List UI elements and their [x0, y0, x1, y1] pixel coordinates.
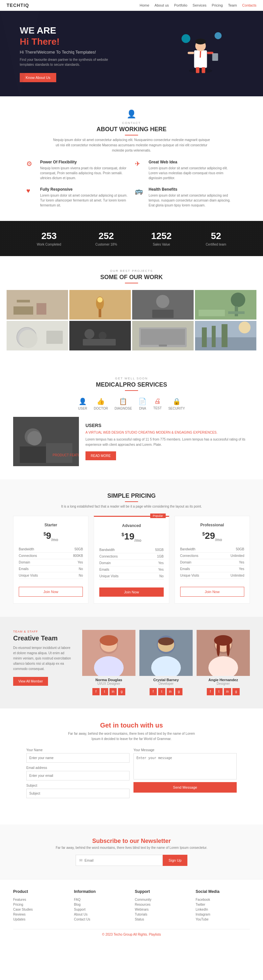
portfolio-img-1 [6, 290, 68, 320]
social-twitter-angie[interactable]: t [215, 688, 223, 695]
team-view-all-button[interactable]: View All Member [13, 677, 48, 686]
stat-work-label: Work Completed [37, 243, 61, 246]
pricing-card-starter: Starter $9/mo Bandwidth50GB Connections8… [13, 516, 88, 604]
footer-item[interactable]: Status [135, 918, 189, 921]
footer-item[interactable]: Pricing [13, 903, 67, 906]
nav-pricing[interactable]: Pricing [212, 3, 223, 7]
newsletter-email-input[interactable] [84, 855, 159, 865]
social-linkedin-angie[interactable]: in [224, 688, 231, 695]
footer-item[interactable]: FAQ [74, 898, 128, 901]
feature-responsive-title: Fully Responsive [40, 187, 128, 192]
social-facebook-angie[interactable]: f [207, 688, 214, 695]
portfolio-item-7[interactable] [132, 321, 194, 350]
footer-item[interactable]: Facebook [196, 898, 250, 901]
svg-point-24 [156, 295, 169, 308]
plan-advanced-features: Bandwidth50GB Connections1GB DomainYes E… [99, 547, 163, 579]
nav-about[interactable]: About us [155, 3, 169, 7]
stat-work: 253 Work Completed [37, 231, 61, 246]
footer-col-support: Support Community Resources Webinars Tut… [135, 889, 189, 923]
member-card-crystal: Crystal Barney Developer f t in g [139, 630, 193, 695]
plan-advanced-button[interactable]: Join Now [99, 587, 163, 597]
portfolio-item-6[interactable] [69, 321, 131, 350]
service-tab-security[interactable]: 🔒 SECURITY [168, 398, 185, 410]
test-tab-icon: 🖨 [154, 398, 161, 405]
plan-advanced-price: $19/mo [99, 531, 163, 543]
nav-contacts[interactable]: Contacts [242, 3, 257, 7]
footer-item[interactable]: LinkedIn [196, 908, 250, 911]
footer-item[interactable]: Support [74, 908, 128, 911]
member-svg-angie [197, 630, 250, 676]
footer-item[interactable]: Updates [13, 918, 67, 921]
portfolio-item-3[interactable] [132, 290, 194, 320]
portfolio-img-7 [132, 321, 194, 350]
list-item: Bandwidth50GB [19, 546, 83, 553]
service-info: USERS A VIRTUAL WEB DESIGN STUDIO CREATI… [86, 423, 250, 460]
portfolio-item-1[interactable] [6, 290, 68, 320]
portfolio-item-2[interactable] [69, 290, 131, 320]
footer-item[interactable]: Contact Us [74, 918, 128, 921]
newsletter-signup-button[interactable]: Sign Up [163, 855, 187, 866]
social-facebook-crystal[interactable]: f [150, 688, 157, 695]
footer-item[interactable]: Tutorials [135, 913, 189, 916]
stats-section: 253 Work Completed 252 Customer 18% 1252… [0, 221, 263, 256]
about-tag: CONTACT [26, 121, 237, 125]
footer-item[interactable]: Case Studies [13, 908, 67, 911]
service-tab-user[interactable]: 👤 USER [78, 398, 88, 410]
nav-services[interactable]: Services [193, 3, 206, 7]
social-linkedin-norma[interactable]: in [110, 688, 117, 695]
feature-health-desc: Lorem ipsum dolor sit amet consectetur a… [148, 193, 237, 208]
svg-rect-41 [141, 329, 185, 345]
plan-starter-button[interactable]: Join Now [19, 587, 83, 597]
social-twitter-norma[interactable]: t [101, 688, 108, 695]
list-item: DomainYes [19, 559, 83, 566]
contact-message-input[interactable] [134, 753, 237, 780]
nav-portfolio[interactable]: Portfolio [174, 3, 187, 7]
plan-professional-name: Professional [180, 523, 244, 527]
list-item: Unique VisitsNo [19, 572, 83, 579]
list-item: Bandwidth50GB [180, 546, 244, 553]
nav-home[interactable]: Home [140, 3, 149, 7]
portfolio-item-4[interactable] [195, 290, 257, 320]
portfolio-item-8[interactable] [195, 321, 257, 350]
footer-item[interactable]: About Us [74, 913, 128, 916]
footer-item[interactable]: Blog [74, 903, 128, 906]
nav-team[interactable]: Team [228, 3, 237, 7]
portfolio-item-5[interactable] [6, 321, 68, 350]
service-tab-test[interactable]: 🖨 TEST [153, 398, 162, 410]
service-tab-doctor[interactable]: 👍 DOCTOR [94, 398, 108, 410]
stat-sales: 1252 Sales Value [151, 231, 172, 246]
web-idea-icon: ✈ [135, 160, 145, 168]
contact-send-button[interactable]: Send Message [134, 782, 237, 792]
social-google-crystal[interactable]: g [175, 688, 182, 695]
contact-name-input[interactable] [26, 753, 129, 763]
footer-item[interactable]: Reviews [13, 913, 67, 916]
footer-item[interactable]: Resources [135, 903, 189, 906]
service-tab-diagnose[interactable]: 📋 DIAGNOSE [115, 398, 132, 410]
member-socials-norma: f t in g [82, 688, 135, 695]
footer-link[interactable]: Playlists [149, 933, 161, 936]
plan-professional-button[interactable]: Join Now [180, 587, 244, 597]
footer-item[interactable]: Community [135, 898, 189, 901]
list-item: Bandwidth50GB [99, 547, 163, 553]
social-linkedin-crystal[interactable]: in [167, 688, 174, 695]
footer-item[interactable]: Instagram [196, 913, 250, 916]
footer-item[interactable]: Webinars [135, 908, 189, 911]
social-google-norma[interactable]: g [118, 688, 125, 695]
service-tab-dna[interactable]: 📄 DNA [139, 398, 147, 410]
footer-item[interactable]: Twitter [196, 903, 250, 906]
pricing-section: SIMPLE PRICING It is a long established … [0, 479, 263, 617]
svg-rect-25 [152, 310, 174, 318]
contact-email-input[interactable] [26, 771, 129, 780]
social-twitter-crystal[interactable]: t [158, 688, 165, 695]
logo[interactable]: TECHTIQ [6, 3, 29, 8]
social-google-angie[interactable]: g [233, 688, 240, 695]
service-content-title: USERS [86, 423, 250, 428]
service-read-more-button[interactable]: READ MORE [86, 451, 116, 460]
footer-support-title: Support [135, 889, 189, 894]
social-facebook-norma[interactable]: f [92, 688, 100, 695]
footer-item[interactable]: Features [13, 898, 67, 901]
footer-item[interactable]: YouTube [196, 918, 250, 921]
footer-col-information: Information FAQ Blog Support About Us Co… [74, 889, 128, 923]
contact-subject-input[interactable] [26, 789, 129, 798]
list-item: Unique VisitsNo [99, 573, 163, 579]
